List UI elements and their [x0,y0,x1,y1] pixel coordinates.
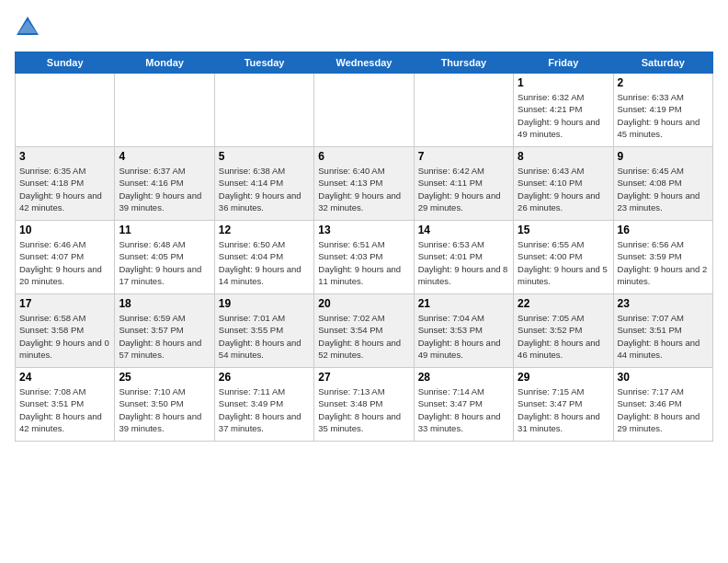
page-header [15,15,713,40]
day-number: 27 [318,371,409,384]
calendar-cell: 7Sunrise: 6:42 AM Sunset: 4:11 PM Daylig… [414,147,513,221]
day-header-sunday: Sunday [16,52,115,74]
day-info: Sunrise: 6:43 AM Sunset: 4:10 PM Dayligh… [518,165,609,213]
day-number: 1 [518,76,609,89]
day-number: 20 [318,297,409,310]
day-number: 9 [618,150,709,163]
calendar-cell: 24Sunrise: 7:08 AM Sunset: 3:51 PM Dayli… [16,368,115,442]
day-number: 6 [318,150,409,163]
logo-icon [15,15,40,40]
week-row-2: 3Sunrise: 6:35 AM Sunset: 4:18 PM Daylig… [16,147,713,221]
calendar-cell: 2Sunrise: 6:33 AM Sunset: 4:19 PM Daylig… [613,74,712,147]
day-number: 16 [618,224,709,236]
day-number: 24 [19,371,110,384]
calendar-header-row: SundayMondayTuesdayWednesdayThursdayFrid… [16,52,713,74]
day-info: Sunrise: 6:45 AM Sunset: 4:08 PM Dayligh… [618,165,709,213]
day-info: Sunrise: 6:55 AM Sunset: 4:00 PM Dayligh… [518,238,609,287]
week-row-1: 1Sunrise: 6:32 AM Sunset: 4:21 PM Daylig… [16,74,713,147]
day-number: 13 [318,224,409,236]
calendar-cell: 16Sunrise: 6:56 AM Sunset: 3:59 PM Dayli… [613,221,712,294]
day-header-saturday: Saturday [613,52,712,74]
day-number: 30 [618,371,709,384]
day-info: Sunrise: 6:59 AM Sunset: 3:57 PM Dayligh… [119,312,210,361]
logo [15,15,44,40]
week-row-5: 24Sunrise: 7:08 AM Sunset: 3:51 PM Dayli… [16,368,713,442]
day-number: 10 [19,224,110,236]
day-info: Sunrise: 6:37 AM Sunset: 4:16 PM Dayligh… [119,165,210,213]
day-info: Sunrise: 6:32 AM Sunset: 4:21 PM Dayligh… [518,91,609,140]
calendar-cell: 23Sunrise: 7:07 AM Sunset: 3:51 PM Dayli… [613,294,712,368]
calendar-cell: 12Sunrise: 6:50 AM Sunset: 4:04 PM Dayli… [214,221,313,294]
day-info: Sunrise: 7:04 AM Sunset: 3:53 PM Dayligh… [418,312,509,361]
day-info: Sunrise: 7:14 AM Sunset: 3:47 PM Dayligh… [418,385,509,434]
calendar-cell: 11Sunrise: 6:48 AM Sunset: 4:05 PM Dayli… [115,221,214,294]
day-info: Sunrise: 6:42 AM Sunset: 4:11 PM Dayligh… [418,165,509,213]
week-row-4: 17Sunrise: 6:58 AM Sunset: 3:58 PM Dayli… [16,294,713,368]
day-number: 4 [119,150,210,163]
day-number: 11 [119,224,210,236]
day-number: 18 [119,297,210,310]
calendar-cell: 22Sunrise: 7:05 AM Sunset: 3:52 PM Dayli… [514,294,613,368]
calendar-cell: 20Sunrise: 7:02 AM Sunset: 3:54 PM Dayli… [314,294,414,368]
day-info: Sunrise: 6:51 AM Sunset: 4:03 PM Dayligh… [318,238,409,287]
day-number: 12 [219,224,310,236]
calendar-cell: 25Sunrise: 7:10 AM Sunset: 3:50 PM Dayli… [115,368,214,442]
calendar-cell: 18Sunrise: 6:59 AM Sunset: 3:57 PM Dayli… [115,294,214,368]
calendar-cell: 6Sunrise: 6:40 AM Sunset: 4:13 PM Daylig… [314,147,414,221]
day-info: Sunrise: 6:56 AM Sunset: 3:59 PM Dayligh… [618,238,709,287]
calendar-cell [115,74,214,147]
calendar-cell [414,74,513,147]
day-header-wednesday: Wednesday [314,52,414,74]
calendar-cell: 10Sunrise: 6:46 AM Sunset: 4:07 PM Dayli… [16,221,115,294]
day-info: Sunrise: 6:58 AM Sunset: 3:58 PM Dayligh… [19,312,110,361]
calendar-cell: 21Sunrise: 7:04 AM Sunset: 3:53 PM Dayli… [414,294,513,368]
day-info: Sunrise: 7:15 AM Sunset: 3:47 PM Dayligh… [518,385,609,434]
calendar-cell: 13Sunrise: 6:51 AM Sunset: 4:03 PM Dayli… [314,221,414,294]
calendar-cell [16,74,115,147]
day-info: Sunrise: 6:48 AM Sunset: 4:05 PM Dayligh… [119,238,210,287]
day-info: Sunrise: 7:11 AM Sunset: 3:49 PM Dayligh… [219,385,310,434]
calendar-cell: 15Sunrise: 6:55 AM Sunset: 4:00 PM Dayli… [514,221,613,294]
day-info: Sunrise: 6:46 AM Sunset: 4:07 PM Dayligh… [19,238,110,287]
calendar-cell: 28Sunrise: 7:14 AM Sunset: 3:47 PM Dayli… [414,368,513,442]
day-header-thursday: Thursday [414,52,513,74]
day-info: Sunrise: 7:01 AM Sunset: 3:55 PM Dayligh… [219,312,310,361]
day-info: Sunrise: 7:02 AM Sunset: 3:54 PM Dayligh… [318,312,409,361]
day-number: 5 [219,150,310,163]
calendar-cell: 19Sunrise: 7:01 AM Sunset: 3:55 PM Dayli… [214,294,313,368]
calendar-cell: 5Sunrise: 6:38 AM Sunset: 4:14 PM Daylig… [214,147,313,221]
day-info: Sunrise: 7:07 AM Sunset: 3:51 PM Dayligh… [618,312,709,361]
day-number: 23 [618,297,709,310]
day-number: 14 [418,224,509,236]
calendar-cell: 3Sunrise: 6:35 AM Sunset: 4:18 PM Daylig… [16,147,115,221]
calendar-cell: 30Sunrise: 7:17 AM Sunset: 3:46 PM Dayli… [613,368,712,442]
day-info: Sunrise: 7:05 AM Sunset: 3:52 PM Dayligh… [518,312,609,361]
day-info: Sunrise: 7:10 AM Sunset: 3:50 PM Dayligh… [119,385,210,434]
day-number: 26 [219,371,310,384]
calendar-cell: 26Sunrise: 7:11 AM Sunset: 3:49 PM Dayli… [214,368,313,442]
day-header-tuesday: Tuesday [214,52,313,74]
day-info: Sunrise: 6:33 AM Sunset: 4:19 PM Dayligh… [618,91,709,140]
calendar-cell: 29Sunrise: 7:15 AM Sunset: 3:47 PM Dayli… [514,368,613,442]
calendar-cell [314,74,414,147]
day-number: 19 [219,297,310,310]
day-header-friday: Friday [514,52,613,74]
day-number: 8 [518,150,609,163]
calendar-table: SundayMondayTuesdayWednesdayThursdayFrid… [15,52,713,442]
calendar-cell [214,74,313,147]
day-header-monday: Monday [115,52,214,74]
day-number: 15 [518,224,609,236]
calendar-cell: 1Sunrise: 6:32 AM Sunset: 4:21 PM Daylig… [514,74,613,147]
day-info: Sunrise: 7:17 AM Sunset: 3:46 PM Dayligh… [618,385,709,434]
calendar-cell: 9Sunrise: 6:45 AM Sunset: 4:08 PM Daylig… [613,147,712,221]
day-info: Sunrise: 6:35 AM Sunset: 4:18 PM Dayligh… [19,165,110,213]
day-info: Sunrise: 6:40 AM Sunset: 4:13 PM Dayligh… [318,165,409,213]
day-number: 17 [19,297,110,310]
calendar-cell: 17Sunrise: 6:58 AM Sunset: 3:58 PM Dayli… [16,294,115,368]
calendar-cell: 8Sunrise: 6:43 AM Sunset: 4:10 PM Daylig… [514,147,613,221]
day-number: 25 [119,371,210,384]
calendar-cell: 4Sunrise: 6:37 AM Sunset: 4:16 PM Daylig… [115,147,214,221]
day-number: 29 [518,371,609,384]
day-number: 21 [418,297,509,310]
day-number: 3 [19,150,110,163]
